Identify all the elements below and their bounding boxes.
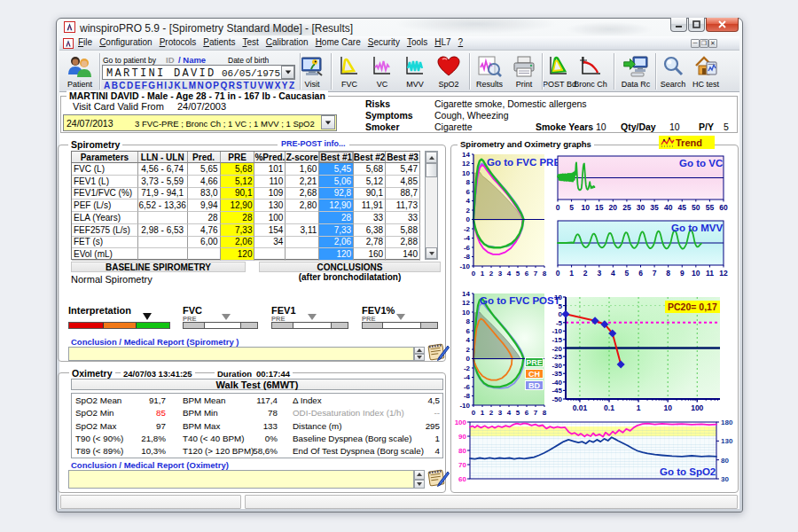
column-header-pred-[interactable]: Pred.: [188, 152, 221, 163]
search-by-id-link[interactable]: ID: [166, 55, 175, 65]
spirometry-conclusion-spinner[interactable]: [414, 347, 425, 361]
alphabet-letter-B[interactable]: B: [112, 81, 118, 90]
alphabet-letter-I[interactable]: I: [164, 81, 167, 90]
menu-home-care[interactable]: Home Care: [316, 37, 361, 50]
alphabet-letter-J[interactable]: J: [168, 81, 173, 90]
alphabet-letter-Y[interactable]: Y: [282, 81, 288, 90]
alphabet-letter-P[interactable]: P: [213, 81, 219, 90]
menu-configuration[interactable]: Configuration: [99, 37, 153, 50]
table-row[interactable]: FET (s)6,002,06342,062,782,88: [72, 237, 420, 249]
column-header--pred-[interactable]: %Pred.: [254, 152, 286, 163]
pre-post-info-link[interactable]: PRE-POST info...: [278, 139, 349, 148]
goto-vc-link[interactable]: Go to VC: [679, 158, 723, 168]
mdi-restore-button[interactable]: ❐: [700, 39, 708, 48]
alphabet-letter-T[interactable]: T: [243, 81, 248, 90]
spirometry-conclusion-link[interactable]: Conclusion / Medical Report (Spirometry …: [71, 337, 239, 347]
mdi-close-button[interactable]: ✕: [708, 39, 717, 48]
scroll-up-button[interactable]: [426, 152, 437, 163]
alphabet-letter-A[interactable]: A: [104, 81, 110, 90]
alphabet-letter-N[interactable]: N: [197, 81, 203, 90]
maximize-button[interactable]: [688, 18, 705, 32]
scroll-down-button[interactable]: [426, 247, 437, 259]
alphabet-letter-V[interactable]: V: [258, 81, 264, 90]
data-rc-button[interactable]: Data Rc: [616, 54, 655, 91]
spirometry-table[interactable]: ParametersLLN - ULNPred.PRE%Pred.Z-score…: [71, 151, 420, 260]
hc-test-button[interactable]: HC test: [686, 54, 725, 91]
print-button[interactable]: Print: [505, 54, 544, 91]
column-header-z-score[interactable]: Z-score: [286, 152, 319, 163]
column-header-best-#1[interactable]: Best #1: [319, 152, 354, 163]
goto-mvv-link[interactable]: Go to MVV: [671, 223, 723, 233]
oximetry-conclusion-input[interactable]: [68, 470, 414, 489]
patient-name-value[interactable]: MARTINI DAVID: [106, 67, 216, 80]
menu-file[interactable]: File: [78, 37, 92, 50]
menu-security[interactable]: Security: [368, 37, 400, 50]
spin-up-button[interactable]: [414, 470, 425, 480]
table-row[interactable]: FEV1/FVC (%)71,9 - 94,183,090,11092,6892…: [72, 188, 420, 200]
spin-down-button[interactable]: [414, 354, 425, 361]
alphabet-letter-E[interactable]: E: [135, 81, 141, 90]
alphabet-letter-O[interactable]: O: [205, 81, 212, 90]
oximetry-conclusion-link[interactable]: Conclusion / Medical Report (Oximetry): [71, 460, 229, 470]
alphabet-letter-X[interactable]: X: [275, 81, 281, 90]
mdi-child-icon[interactable]: [63, 38, 74, 49]
alphabet-letter-F[interactable]: F: [142, 81, 147, 90]
alphabet-letter-Q[interactable]: Q: [220, 81, 227, 90]
scroll-thumb[interactable]: [426, 163, 437, 177]
menu--[interactable]: ?: [458, 37, 464, 50]
oximetry-conclusion-spinner[interactable]: [414, 470, 425, 489]
visit-button[interactable]: Visit: [293, 54, 332, 91]
column-header-lln-uln[interactable]: LLN - ULN: [138, 152, 188, 163]
svg-text:7: 7: [534, 270, 538, 278]
spin-down-button[interactable]: [414, 480, 425, 489]
alphabet-letter-C[interactable]: C: [119, 81, 125, 90]
edit-report-oximetry-icon[interactable]: [426, 466, 450, 491]
trend-button[interactable]: Trend: [659, 136, 715, 149]
goto-spo2-link[interactable]: Go to SpO2: [660, 466, 716, 477]
menu-test[interactable]: Test: [242, 37, 258, 50]
column-header-pre[interactable]: PRE: [221, 152, 255, 163]
bronc-ch-button[interactable]: Bronc Ch: [571, 54, 610, 91]
alphabet-letter-H[interactable]: H: [157, 81, 163, 90]
mdi-minimize-button[interactable]: ─: [691, 39, 700, 48]
spin-up-button[interactable]: [414, 347, 425, 354]
close-button[interactable]: [706, 18, 739, 32]
search-by-name-link[interactable]: / Name: [178, 55, 206, 65]
column-header-parameters[interactable]: Parameters: [72, 152, 138, 163]
dob-value[interactable]: 06/05/1975: [222, 68, 280, 79]
alphabet-letter-D[interactable]: D: [127, 81, 133, 90]
alphabet-letter-L[interactable]: L: [182, 81, 187, 90]
alphabet-letter-M[interactable]: M: [189, 81, 196, 90]
spo2-button[interactable]: SpO2: [429, 54, 468, 91]
table-row[interactable]: PEF (L/s)6,52 - 13,369,9412,901302,8012,…: [72, 200, 420, 212]
column-header-best-#2[interactable]: Best #2: [354, 152, 386, 163]
results-button[interactable]: Results: [470, 54, 509, 91]
spirometry-conclusion-input[interactable]: [68, 347, 414, 361]
table-row[interactable]: FEV1 (L)3,73 - 5,594,665,121102,215,065,…: [72, 176, 420, 188]
menu-hl7[interactable]: HL7: [434, 37, 450, 50]
visit-select-description[interactable]: 3 FVC-PRE ; Bronc Ch ; 1 VC ; 1 MVV ; 1 …: [135, 119, 315, 129]
fvc-post-chart[interactable]: 14121086420-2-4-6-8-10012345678: [452, 288, 552, 418]
alphabet-letter-W[interactable]: W: [265, 81, 273, 90]
edit-report-spirometry-icon[interactable]: [426, 340, 450, 365]
alphabet-letter-G[interactable]: G: [148, 81, 155, 90]
visit-dropdown-button[interactable]: [321, 115, 335, 129]
minimize-button[interactable]: [670, 18, 687, 32]
table-row[interactable]: EVol (mL)120120160140: [72, 248, 420, 261]
menu-calibration[interactable]: Calibration: [266, 37, 309, 50]
table-scrollbar[interactable]: [425, 151, 438, 260]
table-row[interactable]: ELA (Years)2828100283333: [72, 212, 420, 224]
table-row[interactable]: FEF2575 (L/s)2,98 - 6,534,767,331543,117…: [72, 224, 420, 237]
column-header-best-#3[interactable]: Best #3: [386, 152, 420, 163]
menu-protocols[interactable]: Protocols: [160, 37, 197, 50]
alphabet-letter-S[interactable]: S: [236, 81, 242, 90]
menu-tools[interactable]: Tools: [407, 37, 427, 50]
alphabet-letter-R[interactable]: R: [229, 81, 235, 90]
alphabet-letter-U[interactable]: U: [250, 81, 256, 90]
menu-patients[interactable]: Patients: [203, 37, 235, 50]
fvc-pre-chart[interactable]: 14121086420-2-4-6-8-10012345678: [452, 149, 552, 278]
patient-button[interactable]: Patient: [60, 54, 99, 91]
table-row[interactable]: FVC (L)4,56 - 6,745,655,681011,605,455,6…: [72, 163, 420, 176]
alphabet-letter-K[interactable]: K: [174, 81, 180, 90]
visit-select-date[interactable]: 24/07/2013: [66, 118, 113, 129]
